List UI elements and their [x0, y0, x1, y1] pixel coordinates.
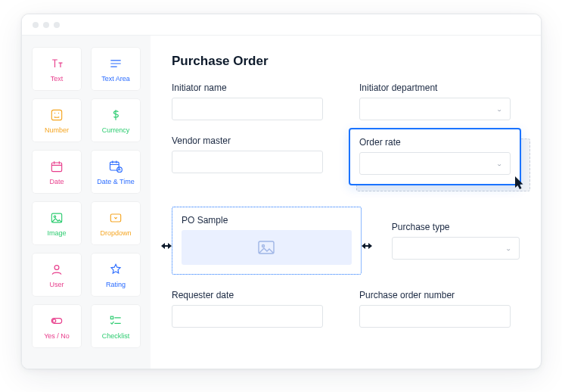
field-label: Order rate [359, 137, 511, 148]
palette-label: Text [51, 75, 64, 82]
image-icon [48, 210, 65, 226]
field-order-rate[interactable]: Order rate ⌄ [349, 128, 521, 185]
window-dot [54, 22, 60, 28]
dropdown-icon [107, 210, 124, 226]
text-input[interactable] [172, 305, 323, 328]
resize-handle-left[interactable] [161, 239, 172, 253]
field-requester-date[interactable]: Requester date [172, 290, 323, 328]
palette-label: Checklist [102, 332, 130, 340]
yesno-icon [48, 313, 65, 329]
number-icon [48, 107, 65, 123]
palette-date[interactable]: Date [33, 151, 81, 193]
palette-datetime[interactable]: Date & Time [92, 151, 140, 193]
palette-number[interactable]: Number [33, 99, 81, 142]
palette-textarea[interactable]: Text Area [92, 48, 140, 90]
app-window: Text Text Area Number Currency [21, 14, 542, 369]
chevron-down-icon: ⌄ [496, 160, 502, 166]
palette-rating[interactable]: Rating [92, 254, 140, 296]
image-dropzone[interactable] [182, 230, 352, 265]
select-input[interactable]: ⌄ [359, 98, 511, 120]
text-input[interactable] [172, 151, 323, 173]
field-label: Purchase type [392, 222, 520, 232]
textarea-icon [107, 55, 124, 72]
field-label: PO Sample [182, 215, 352, 226]
palette-label: Date [49, 178, 64, 185]
palette-yesno[interactable]: Yes / No [33, 305, 81, 347]
svg-rect-0 [51, 110, 61, 120]
palette-image[interactable]: Image [33, 202, 81, 244]
rating-icon [107, 261, 124, 278]
user-icon [48, 261, 65, 278]
field-po-sample[interactable]: PO Sample [172, 207, 362, 275]
form-canvas[interactable]: Purchase Order Initiator name Initiator … [151, 36, 541, 369]
svg-rect-8 [110, 214, 120, 222]
palette-label: Date & Time [97, 178, 135, 185]
svg-rect-4 [110, 162, 120, 170]
select-input[interactable]: ⌄ [359, 152, 511, 175]
field-purchase-type[interactable]: Purchase type ⌄ [392, 222, 520, 260]
svg-rect-12 [110, 316, 113, 319]
palette-label: Currency [102, 126, 130, 134]
palette-text[interactable]: Text [33, 48, 81, 90]
palette-label: Text Area [101, 75, 130, 82]
text-input[interactable] [359, 305, 511, 328]
field-label: Initiator department [359, 82, 511, 93]
field-label: Initiator name [172, 82, 323, 93]
field-label: Requester date [172, 290, 323, 300]
chevron-down-icon: ⌄ [496, 106, 502, 112]
cursor-icon [514, 175, 526, 193]
palette-user[interactable]: User [33, 254, 81, 296]
palette-label: Yes / No [44, 332, 70, 340]
text-input[interactable] [172, 98, 323, 120]
svg-point-7 [54, 216, 56, 218]
chevron-down-icon: ⌄ [505, 245, 511, 251]
palette-checklist[interactable]: Checklist [92, 305, 140, 347]
palette-currency[interactable]: Currency [92, 99, 140, 142]
palette-label: Rating [106, 281, 126, 288]
palette-label: Dropdown [100, 229, 131, 237]
field-vendor-master[interactable]: Vendor master [172, 135, 323, 173]
svg-point-14 [262, 245, 265, 247]
palette-label: Image [47, 229, 66, 237]
palette-label: Number [45, 126, 69, 134]
form-title: Purchase Order [172, 54, 520, 69]
select-input[interactable]: ⌄ [392, 237, 520, 260]
window-dot [43, 22, 49, 28]
svg-point-9 [54, 266, 59, 270]
field-label: Vendor master [172, 135, 323, 146]
checklist-icon [107, 313, 124, 329]
text-icon [48, 55, 65, 72]
svg-rect-10 [51, 319, 61, 324]
field-initiator-name[interactable]: Initiator name [172, 82, 323, 120]
palette-label: User [49, 281, 64, 288]
field-palette: Text Text Area Number Currency [22, 36, 151, 369]
currency-icon [107, 107, 124, 123]
svg-point-2 [58, 113, 59, 114]
svg-point-1 [54, 113, 55, 114]
svg-point-11 [53, 319, 56, 322]
datetime-icon [107, 158, 124, 175]
date-icon [48, 158, 65, 175]
field-label: Purchase order number [359, 290, 511, 300]
field-initiator-department[interactable]: Initiator department ⌄ [359, 82, 511, 120]
window-titlebar [22, 14, 541, 36]
palette-dropdown[interactable]: Dropdown [92, 202, 140, 244]
resize-handle-right[interactable] [362, 239, 372, 253]
svg-rect-3 [51, 163, 61, 172]
window-dot [33, 22, 39, 28]
field-purchase-order-number[interactable]: Purchase order number [359, 290, 511, 328]
